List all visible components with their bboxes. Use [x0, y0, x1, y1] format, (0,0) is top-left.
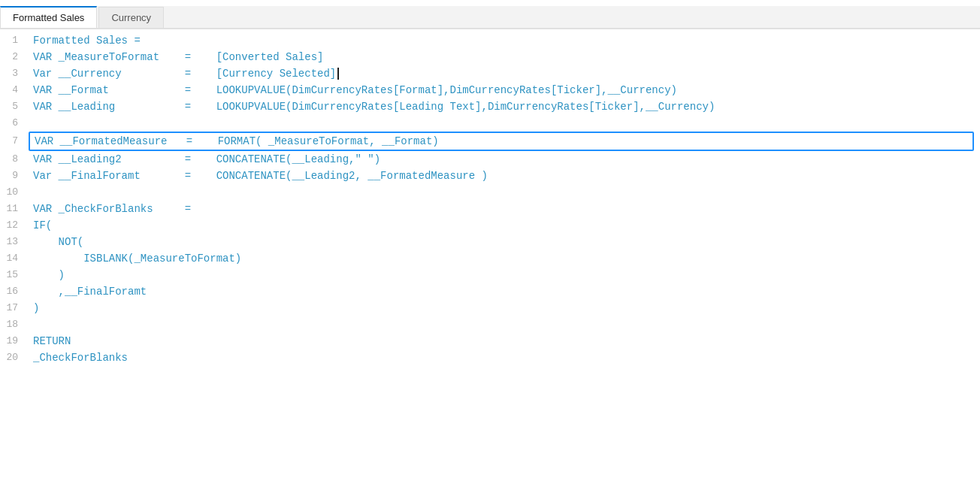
line-number: 20	[0, 349, 27, 366]
code-line: 3Var __Currency = [Currency Selected]	[0, 65, 980, 82]
line-number: 13	[0, 234, 27, 250]
line-content: _CheckForBlanks	[27, 349, 980, 366]
code-line: 2VAR _MeasureToFormat = [Converted Sales…	[0, 49, 980, 65]
code-line: 5VAR __Leading = LOOKUPVALUE(DimCurrency…	[0, 98, 980, 115]
code-line: 6	[0, 115, 980, 132]
tab-currency[interactable]: Currency	[98, 7, 164, 28]
tab-container[interactable]: Formatted SalesCurrency	[0, 6, 980, 29]
code-line: 16 ,__FinalForamt	[0, 283, 980, 300]
tab-formatted-sales[interactable]: Formatted Sales	[0, 6, 97, 28]
text-cursor	[337, 68, 339, 80]
line-content: VAR __Leading = LOOKUPVALUE(DimCurrencyR…	[27, 98, 980, 115]
line-number: 6	[0, 115, 27, 132]
code-line: 14 ISBLANK(_MeasureToFormat)	[0, 250, 980, 267]
line-number: 8	[0, 151, 27, 168]
line-content: VAR __Leading2 = CONCATENATE(__Leading,"…	[27, 151, 980, 168]
line-number: 11	[0, 201, 27, 217]
line-number: 18	[0, 316, 27, 333]
line-number: 14	[0, 250, 27, 267]
line-number: 10	[0, 184, 27, 201]
code-line: 18	[0, 316, 980, 333]
line-content: ISBLANK(_MeasureToFormat)	[27, 250, 980, 267]
line-number: 3	[0, 65, 27, 82]
line-content: VAR _MeasureToFormat = [Converted Sales]	[27, 49, 980, 65]
line-content: IF(	[27, 217, 980, 234]
code-line: 7VAR __FormatedMeasure = FORMAT( _Measur…	[0, 132, 980, 151]
line-number: 16	[0, 283, 27, 300]
code-line: 10	[0, 184, 980, 201]
line-number: 19	[0, 333, 27, 349]
line-content: )	[27, 300, 980, 316]
editor-area[interactable]: 1Formatted Sales =2VAR _MeasureToFormat …	[0, 29, 980, 472]
line-content: Var __FinalForamt = CONCATENATE(__Leadin…	[27, 168, 980, 184]
code-line: 19RETURN	[0, 333, 980, 349]
line-content: VAR __Format = LOOKUPVALUE(DimCurrencyRa…	[27, 82, 980, 98]
code-line: 11VAR _CheckForBlanks =	[0, 201, 980, 217]
code-line: 9Var __FinalForamt = CONCATENATE(__Leadi…	[0, 168, 980, 184]
code-line: 1Formatted Sales =	[0, 32, 980, 49]
line-content: Var __Currency = [Currency Selected]	[27, 65, 980, 82]
code-line: 17)	[0, 300, 980, 316]
line-content: NOT(	[27, 234, 980, 250]
line-content: VAR _CheckForBlanks =	[27, 201, 980, 217]
code-line: 13 NOT(	[0, 234, 980, 250]
code-line: 8VAR __Leading2 = CONCATENATE(__Leading,…	[0, 151, 980, 168]
line-number: 1	[0, 32, 27, 49]
line-content: Formatted Sales =	[27, 32, 980, 49]
line-content: VAR __FormatedMeasure = FORMAT( _Measure…	[29, 132, 974, 151]
line-number: 12	[0, 217, 27, 234]
code-editor: Formatted SalesCurrency 1Formatted Sales…	[0, 0, 980, 478]
code-line: 20_CheckForBlanks	[0, 349, 980, 366]
line-number: 5	[0, 98, 27, 115]
line-number: 9	[0, 168, 27, 184]
code-line: 12IF(	[0, 217, 980, 234]
code-line: 4VAR __Format = LOOKUPVALUE(DimCurrencyR…	[0, 82, 980, 98]
line-number: 15	[0, 267, 27, 283]
line-number: 17	[0, 300, 27, 316]
line-number: 4	[0, 82, 27, 98]
line-content: ,__FinalForamt	[27, 283, 980, 300]
code-line: 15 )	[0, 267, 980, 283]
line-number: 2	[0, 49, 27, 65]
line-content: RETURN	[27, 333, 980, 349]
line-number: 7	[0, 133, 27, 150]
line-content: )	[27, 267, 980, 283]
